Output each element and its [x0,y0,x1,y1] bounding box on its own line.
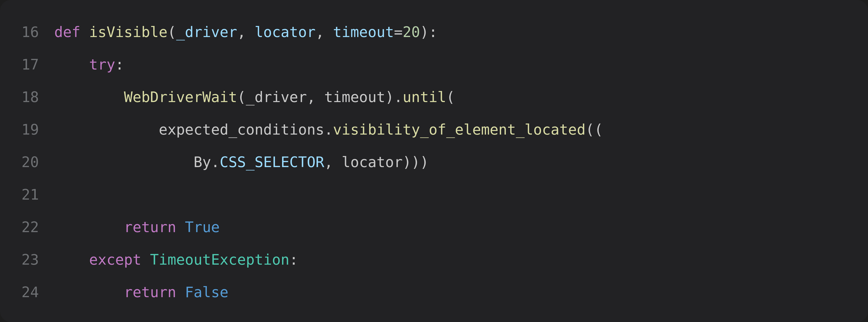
token: def [54,24,89,40]
token: By [194,154,211,171]
indent [54,284,124,300]
code-content[interactable]: def isVisible(_driver, locator, timeout=… [54,16,868,48]
token: timeout [324,89,385,105]
token: . [211,154,220,171]
code-line[interactable]: 23 except TimeoutException: [0,243,868,276]
token: expected_conditions [159,121,324,138]
code-line[interactable]: 22 return True [0,211,868,243]
token: return [124,219,185,236]
code-content[interactable]: return True [54,211,868,243]
line-number: 19 [0,113,54,146]
code-line[interactable]: 16def isVisible(_driver, locator, timeou… [0,16,868,48]
token: CSS_SELECTOR [220,154,324,171]
token: try [89,56,115,73]
code-line[interactable]: 17 try: [0,48,868,81]
token: ( [167,24,176,40]
token: ))) [403,154,429,171]
token: isVisible [89,24,167,40]
line-number: 20 [0,146,54,178]
code-content[interactable]: By.CSS_SELECTOR, locator))) [54,146,868,178]
token: 20 [403,24,420,40]
indent [54,56,89,73]
line-number: 18 [0,81,54,113]
token: False [185,284,228,300]
token: ): [420,24,437,40]
token: timeout [333,24,394,40]
indent [54,89,124,105]
token: True [185,219,220,236]
line-number: 23 [0,243,54,276]
code-line[interactable]: 18 WebDriverWait(_driver, timeout).until… [0,81,868,113]
code-content[interactable]: except TimeoutException: [54,243,868,276]
token: : [115,56,124,73]
token: locator [342,154,403,171]
token: TimeoutException [150,251,289,268]
token: : [289,251,298,268]
code-editor[interactable]: 16def isVisible(_driver, locator, timeou… [0,0,868,322]
code-content[interactable]: expected_conditions.visibility_of_elemen… [54,113,868,146]
code-content[interactable]: return False [54,276,868,309]
token: return [124,284,185,300]
token: (( [585,121,603,138]
code-line[interactable]: 20 By.CSS_SELECTOR, locator))) [0,146,868,178]
token: ). [385,89,403,105]
token: ( [237,89,246,105]
line-number: 22 [0,211,54,243]
code-line[interactable]: 19 expected_conditions.visibility_of_ele… [0,113,868,146]
token: visibility_of_element_located [333,121,585,138]
code-line[interactable]: 21 [0,178,868,211]
token: locator [254,24,315,40]
token: , [324,154,342,171]
code-content[interactable]: try: [54,48,868,81]
token: , [307,89,324,105]
indent [54,154,194,171]
token: . [324,121,333,138]
token: , [315,24,333,40]
token: ( [446,89,455,105]
line-number: 17 [0,48,54,81]
indent [54,219,124,236]
token: , [237,24,254,40]
line-number: 21 [0,178,54,211]
token: until [403,89,446,105]
line-number: 16 [0,16,54,48]
line-number: 24 [0,276,54,309]
code-line[interactable]: 24 return False [0,276,868,309]
token: = [394,24,403,40]
token: WebDriverWait [124,89,237,105]
token: _driver [176,24,237,40]
indent [54,251,89,268]
indent [54,121,159,138]
code-content[interactable]: WebDriverWait(_driver, timeout).until( [54,81,868,113]
token: _driver [246,89,307,105]
token: except [89,251,150,268]
